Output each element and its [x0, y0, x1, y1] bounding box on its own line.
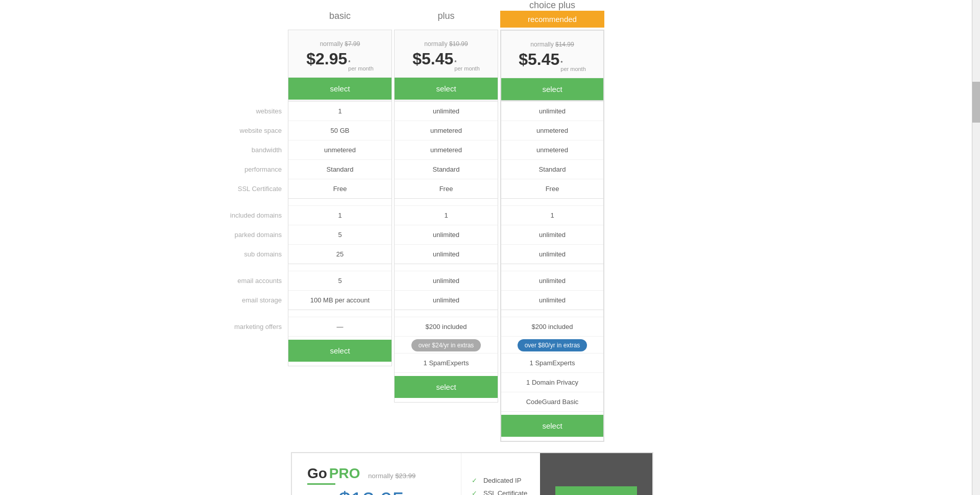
basic-normally-price: $7.99: [345, 40, 360, 48]
plus-plan-card: normally $10.99 $5.45 * per month select: [394, 30, 498, 101]
plus-websites: unlimited: [395, 101, 498, 121]
cp-email-storage: unlimited: [501, 290, 603, 310]
plus-spamexperts: 1 SpamExperts: [395, 353, 498, 372]
pro-features-list: ✓ Dedicated IP ✓ SSL Certificate ✓ Domai…: [461, 453, 540, 495]
choice-plus-normally-label: normally: [530, 41, 553, 48]
plus-sub-domains: unlimited: [395, 244, 498, 264]
plus-included-domains: 1: [395, 205, 498, 225]
label-website-space: website space: [240, 121, 282, 140]
choice-plus-features-col: unlimited unmetered unmetered Standard F…: [500, 101, 604, 442]
cp-sub-domains: unlimited: [501, 244, 603, 264]
basic-bottom-select-row: select: [288, 336, 391, 366]
plus-marketing-offers: $200 included: [395, 317, 498, 336]
plus-plan-name: plus: [437, 11, 454, 21]
cp-select-bottom-button[interactable]: select: [501, 415, 603, 437]
plus-gap2: [395, 264, 498, 271]
cp-performance: Standard: [501, 159, 603, 179]
cp-included-domains: 1: [501, 205, 603, 225]
basic-features-col: 1 50 GB unmetered Standard Free 1 5 25 5…: [288, 101, 392, 366]
basic-select-bottom-button[interactable]: select: [288, 340, 391, 362]
cp-bandwidth: unmetered: [501, 140, 603, 159]
basic-select-top-button[interactable]: select: [288, 78, 391, 100]
basic-website-space: 50 GB: [288, 121, 391, 140]
plus-price: $5.45: [412, 50, 453, 68]
pro-banner: Go PRO normally $23.99 Only $13.95 Every…: [291, 452, 653, 495]
choice-plus-normally-price: $14.99: [555, 41, 574, 48]
label-parked-domains: parked domains: [235, 225, 282, 244]
plus-normally-price: $10.99: [449, 40, 468, 48]
pro-cta-area: select: [540, 453, 652, 495]
plus-normally-label: normally: [424, 40, 447, 48]
label-websites: websites: [256, 101, 282, 121]
basic-websites: 1: [288, 101, 391, 121]
scrollbar-thumb[interactable]: [972, 82, 980, 123]
basic-plan-card: normally $7.99 $2.95 * per month select: [288, 30, 392, 101]
plus-per: per month: [454, 65, 480, 72]
basic-included-domains: 1: [288, 205, 391, 225]
pro-feat-ssl: ✓ SSL Certificate: [472, 487, 530, 495]
label-sub-domains: sub domains: [244, 244, 282, 264]
cp-domain-privacy: 1 Domain Privacy: [501, 372, 603, 392]
cp-parked-domains: unlimited: [501, 225, 603, 244]
basic-plan-name: basic: [329, 11, 351, 21]
plus-email-accounts: unlimited: [395, 271, 498, 290]
plus-gap1: [395, 198, 498, 205]
choice-plus-asterisk: *: [560, 60, 562, 66]
plus-email-storage: unlimited: [395, 290, 498, 310]
choice-plus-select-top-button[interactable]: select: [501, 78, 603, 100]
label-marketing-offers: marketing offers: [234, 317, 282, 336]
basic-parked-domains: 5: [288, 225, 391, 244]
plus-gap3: [395, 310, 498, 317]
basic-normally-label: normally: [320, 40, 343, 48]
choice-plus-plan-card: normally $14.99 $5.45 * per month select: [500, 30, 604, 101]
cp-gap2: [501, 264, 603, 271]
cp-extras-badge: over $80/yr in extras: [518, 339, 587, 351]
plus-performance: Standard: [395, 159, 498, 179]
basic-gap3: [288, 310, 391, 317]
cp-website-space: unmetered: [501, 121, 603, 140]
choice-plus-per: per month: [560, 66, 586, 73]
pro-go-label: Go: [307, 465, 327, 481]
plus-select-top-button[interactable]: select: [395, 78, 498, 100]
basic-gap2: [288, 264, 391, 271]
check-icon-2: ✓: [472, 489, 477, 495]
pro-underline: [307, 483, 335, 485]
choice-plus-plan-name: choice plus: [529, 0, 575, 10]
label-bandwidth: bandwidth: [252, 140, 282, 159]
pro-normally-label: normally: [368, 472, 393, 480]
plus-select-bottom-button[interactable]: select: [395, 376, 498, 398]
basic-price: $2.95: [306, 50, 347, 68]
basic-performance: Standard: [288, 159, 391, 179]
check-icon-1: ✓: [472, 477, 477, 484]
plus-asterisk: *: [454, 59, 456, 65]
scrollbar[interactable]: [972, 0, 980, 495]
basic-per: per month: [348, 65, 374, 72]
basic-bandwidth: unmetered: [288, 140, 391, 159]
label-performance: performance: [244, 159, 282, 179]
cp-bottom-select-row: select: [501, 411, 603, 441]
cp-gap1: [501, 198, 603, 205]
plus-bottom-select-row: select: [395, 372, 498, 402]
plus-features-col: unlimited unmetered unmetered Standard F…: [394, 101, 498, 403]
recommended-badge: recommended: [500, 11, 604, 28]
basic-gap1: [288, 198, 391, 205]
cp-spamexperts: 1 SpamExperts: [501, 353, 603, 372]
plus-website-space: unmetered: [395, 121, 498, 140]
label-ssl-certificate: SSL Certificate: [238, 179, 282, 198]
cp-ssl: Free: [501, 179, 603, 198]
plus-parked-domains: unlimited: [395, 225, 498, 244]
pro-price: $13.95: [338, 488, 404, 495]
basic-marketing-offers: —: [288, 317, 391, 336]
pro-select-button[interactable]: select: [555, 486, 637, 495]
label-email-accounts: email accounts: [237, 271, 282, 290]
choice-plus-price: $5.45: [519, 50, 559, 69]
cp-codeguard: CodeGuard Basic: [501, 392, 603, 411]
basic-ssl: Free: [288, 179, 391, 198]
cp-email-accounts: unlimited: [501, 271, 603, 290]
pro-feat-dedicated-ip: ✓ Dedicated IP: [472, 474, 530, 487]
plus-ssl: Free: [395, 179, 498, 198]
plus-bandwidth: unmetered: [395, 140, 498, 159]
cp-gap3: [501, 310, 603, 317]
basic-asterisk: *: [348, 59, 350, 65]
plus-extras-badge: over $24/yr in extras: [411, 339, 481, 351]
